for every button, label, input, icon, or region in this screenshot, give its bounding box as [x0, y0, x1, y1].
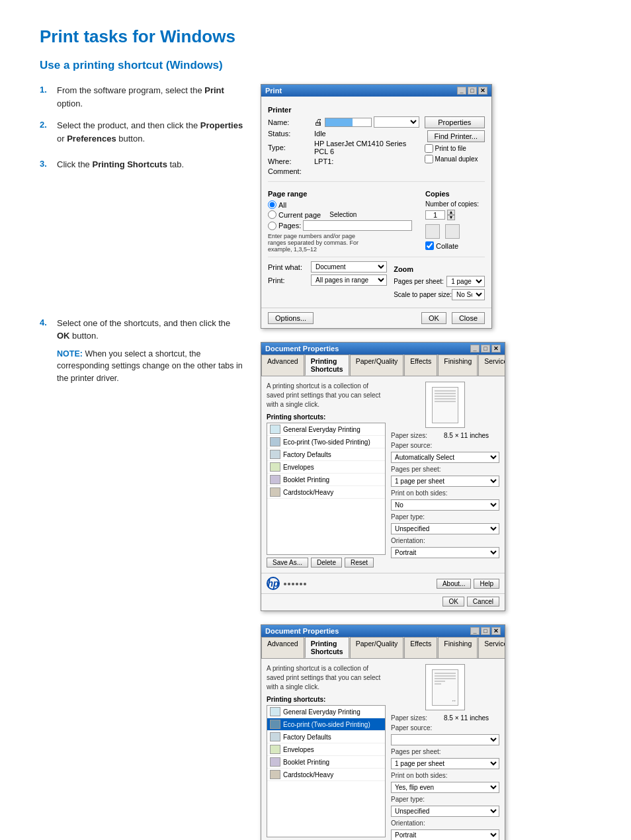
shortcut-icon-1-0	[270, 425, 280, 434]
dp2-maximize[interactable]: □	[481, 627, 490, 635]
tab-printing-shortcuts-1[interactable]: Printing Shortcuts	[305, 355, 349, 376]
tab-services-1[interactable]: Services	[478, 355, 505, 376]
shortcut-item-2-1[interactable]: Eco-print (Two-sided Printing)	[267, 718, 385, 731]
properties-btn[interactable]: Properties	[425, 116, 485, 128]
current-page-radio[interactable]	[268, 210, 276, 219]
paper-source-label-2: Paper source:	[391, 724, 444, 732]
shortcut-item-1-2[interactable]: Factory Defaults	[267, 448, 385, 461]
paper-source-select-2[interactable]	[391, 734, 499, 745]
print-select[interactable]: All pages in range	[311, 274, 387, 286]
type-val: HP LaserJet CM1410 Series PCL 6	[314, 140, 419, 155]
step-3-num: 3.	[40, 159, 52, 169]
print-what-select[interactable]: Document	[311, 261, 387, 273]
options-btn[interactable]: Options...	[268, 312, 314, 324]
paper-type-select-2[interactable]: Unspecified	[391, 806, 499, 817]
tab-finishing-1[interactable]: Finishing	[438, 355, 478, 376]
pages-per-sheet-select-1[interactable]: 1 page per sheet	[391, 476, 499, 487]
orientation-select-2[interactable]: Portrait	[391, 829, 499, 840]
paper-size-val-2: 8.5 × 11 inches	[444, 714, 489, 722]
copies-down[interactable]: ▼	[447, 215, 455, 220]
paper-size-label-2: Paper sizes:	[391, 714, 444, 722]
paper-source-select-1[interactable]: Automatically Select	[391, 452, 499, 463]
tab-advanced-2[interactable]: Advanced	[261, 637, 304, 658]
dp1-cancel-btn[interactable]: Cancel	[467, 597, 499, 607]
all-radio[interactable]	[268, 200, 276, 209]
current-page-label: Current page	[278, 211, 321, 219]
dp1-minimize[interactable]: _	[470, 345, 480, 353]
doc-props-1-win-controls: _ □ ✕	[470, 345, 501, 353]
doc-props-1-footer: hp About... Help	[261, 573, 505, 593]
tab-finishing-2[interactable]: Finishing	[438, 637, 478, 658]
maximize-btn[interactable]: □	[468, 87, 477, 95]
orientation-row-2: Orientation:	[391, 819, 499, 827]
props-right-2: ↔ Paper sizes: 8.5 × 11 inches Paper sou…	[391, 664, 499, 840]
shortcut-label-2-1: Eco-print (Two-sided Printing)	[283, 721, 370, 728]
shortcut-item-1-1[interactable]: Eco-print (Two-sided Printing)	[267, 436, 385, 448]
pages-per-sheet-select[interactable]: 1 page	[446, 276, 485, 287]
dp1-maximize[interactable]: □	[481, 345, 490, 353]
tab-advanced-1[interactable]: Advanced	[261, 355, 304, 376]
shortcut-item-1-0[interactable]: General Everyday Printing	[267, 423, 385, 436]
tab-services-2[interactable]: Services	[478, 637, 505, 658]
orientation-select-1[interactable]: Portrait	[391, 547, 499, 558]
minimize-btn[interactable]: _	[457, 87, 466, 95]
copies-up[interactable]: ▲	[447, 210, 455, 215]
printer-name-input[interactable]	[325, 118, 372, 127]
doc-props-2-tabs: Advanced Printing Shortcuts Paper/Qualit…	[261, 637, 505, 659]
pages-radio[interactable]	[268, 222, 276, 230]
tab-effects-2[interactable]: Effects	[404, 637, 437, 658]
shortcut-item-2-0[interactable]: General Everyday Printing	[267, 706, 385, 718]
close-btn[interactable]: ✕	[478, 87, 487, 95]
tab-effects-1[interactable]: Effects	[404, 355, 437, 376]
pages-per-sheet-select-2[interactable]: 1 page per sheet	[391, 758, 499, 769]
print-both-select-1[interactable]: No	[391, 499, 499, 511]
shortcut-item-2-5[interactable]: Cardstock/Heavy	[267, 769, 385, 781]
print-dialog-title: Print	[265, 87, 282, 95]
shortcut-item-1-4[interactable]: Booklet Printing	[267, 474, 385, 486]
orientation-row-1: Orientation:	[391, 537, 499, 544]
copies-spinner[interactable]: ▲ ▼	[447, 210, 455, 220]
pages-input[interactable]	[303, 220, 412, 231]
help-btn-1[interactable]: Help	[474, 579, 499, 589]
manual-duplex-checkbox[interactable]	[425, 155, 433, 163]
shortcut-item-1-5[interactable]: Cardstock/Heavy	[267, 486, 385, 499]
where-row: Where: LPT1:	[268, 157, 419, 165]
note-label: NOTE:	[57, 349, 83, 358]
printer-name-select[interactable]	[374, 116, 419, 128]
shortcuts-list-1: General Everyday Printing Eco-print (Two…	[267, 423, 386, 555]
tab-paper-quality-2[interactable]: Paper/Quality	[350, 637, 404, 658]
shortcuts-list-2: General Everyday Printing Eco-print (Two…	[267, 705, 386, 837]
save-as-btn-1[interactable]: Save As...	[267, 558, 308, 567]
step-4-num: 4.	[40, 317, 52, 327]
props-preview-inner-2: ↔	[432, 669, 458, 706]
dp1-ok-btn[interactable]: OK	[442, 597, 464, 607]
collate-checkbox[interactable]	[425, 241, 434, 250]
win-controls: _ □ ✕	[457, 87, 487, 95]
dot	[296, 583, 298, 585]
paper-type-select-1[interactable]: Unspecified	[391, 523, 499, 534]
print-to-file-checkbox[interactable]	[425, 144, 433, 153]
scale-select[interactable]: No Scaling	[452, 289, 485, 300]
about-btn-1[interactable]: About...	[437, 579, 471, 589]
comment-label: Comment:	[268, 167, 314, 175]
tab-paper-quality-1[interactable]: Paper/Quality	[350, 355, 404, 376]
shortcut-item-2-4[interactable]: Booklet Printing	[267, 756, 385, 769]
print-row: Print: All pages in range	[268, 274, 387, 286]
dp1-close[interactable]: ✕	[491, 345, 501, 353]
print-dialog-titlebar: Print _ □ ✕	[261, 85, 491, 97]
props-preview-inner-1	[432, 387, 458, 423]
delete-btn-1[interactable]: Delete	[311, 558, 342, 567]
print-both-select-2[interactable]: Yes, flip even	[391, 782, 499, 793]
dp2-close[interactable]: ✕	[491, 627, 501, 635]
reset-btn-1[interactable]: Reset	[345, 558, 374, 567]
close-dialog-btn[interactable]: Close	[452, 312, 485, 324]
tab-printing-shortcuts-2[interactable]: Printing Shortcuts	[305, 637, 349, 658]
shortcut-item-2-2[interactable]: Factory Defaults	[267, 731, 385, 743]
paper-line	[435, 675, 456, 677]
find-printer-btn[interactable]: Find Printer...	[427, 130, 485, 142]
dp2-minimize[interactable]: _	[470, 627, 480, 635]
shortcut-item-2-3[interactable]: Envelopes	[267, 743, 385, 756]
ok-btn[interactable]: OK	[421, 312, 446, 324]
print-both-label-1: Print on both sides:	[391, 489, 448, 497]
shortcut-item-1-3[interactable]: Envelopes	[267, 461, 385, 474]
